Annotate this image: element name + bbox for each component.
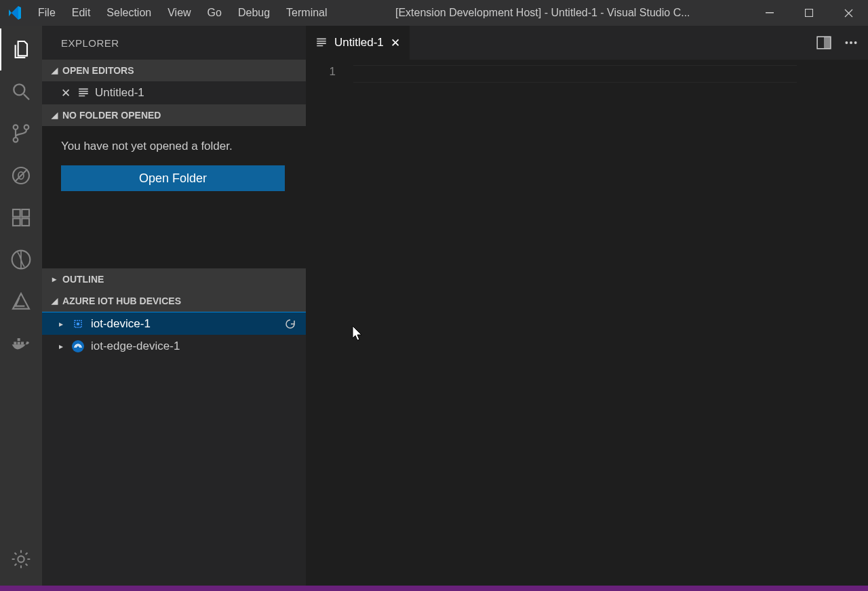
line-number: 1 <box>306 65 336 79</box>
menu-edit[interactable]: Edit <box>64 0 99 26</box>
menu-file[interactable]: File <box>30 0 64 26</box>
no-folder-label: NO FOLDER OPENED <box>62 110 161 121</box>
svg-rect-11 <box>22 209 29 217</box>
sourcegraph-icon <box>10 249 32 270</box>
minimize-button[interactable] <box>750 0 789 26</box>
chevron-right-icon: ▸ <box>57 342 65 351</box>
open-editor-name: Untitled-1 <box>95 86 144 100</box>
device-name: iot-device-1 <box>91 317 151 331</box>
close-button[interactable] <box>829 0 868 26</box>
menu-bar: File Edit Selection View Go Debug Termin… <box>30 0 336 26</box>
activity-docker[interactable] <box>0 323 42 365</box>
no-folder-panel: You have not yet opened a folder. Open F… <box>42 126 306 268</box>
activity-source-control[interactable] <box>0 113 42 155</box>
split-editor-icon[interactable] <box>816 35 831 50</box>
activity-settings[interactable] <box>0 538 42 580</box>
svg-rect-10 <box>22 218 29 226</box>
svg-point-17 <box>18 556 24 562</box>
chevron-right-icon: ▸ <box>50 274 58 284</box>
editor-group: Untitled-1 ✕ 1 <box>306 26 868 586</box>
svg-point-25 <box>854 41 857 44</box>
extensions-icon <box>10 207 32 228</box>
current-line-highlight <box>353 65 797 83</box>
svg-rect-0 <box>766 12 774 14</box>
svg-rect-22 <box>824 37 831 49</box>
titlebar: File Edit Selection View Go Debug Termin… <box>0 0 868 26</box>
svg-point-24 <box>850 41 852 44</box>
chevron-right-icon: ▸ <box>57 319 65 329</box>
code-area[interactable] <box>353 60 868 586</box>
outline-label: OUTLINE <box>62 274 104 285</box>
iot-edge-device-item[interactable]: ▸ iot-edge-device-1 <box>42 335 306 358</box>
azure-icon <box>10 291 32 312</box>
svg-rect-1 <box>806 9 813 17</box>
sidebar-title: EXPLORER <box>42 26 306 60</box>
iot-device-item[interactable]: ▸ iot-device-1 <box>42 312 306 335</box>
sidebar: EXPLORER ◢ OPEN EDITORS ✕ Untitled-1 ◢ N… <box>42 26 306 586</box>
activity-azure[interactable] <box>0 281 42 323</box>
activity-debug[interactable] <box>0 155 42 197</box>
docker-icon <box>10 333 32 354</box>
svg-rect-9 <box>13 218 20 226</box>
maximize-button[interactable] <box>789 0 829 26</box>
menu-selection[interactable]: Selection <box>98 0 159 26</box>
more-actions-icon[interactable] <box>844 35 859 50</box>
activity-sourcegraph[interactable] <box>0 239 42 281</box>
line-gutter: 1 <box>306 60 353 586</box>
svg-point-5 <box>24 125 29 129</box>
iot-devices-header[interactable]: ◢ AZURE IOT HUB DEVICES <box>42 290 306 312</box>
edge-device-icon <box>71 339 85 354</box>
svg-rect-16 <box>18 338 20 341</box>
editor-body[interactable]: 1 <box>306 60 868 586</box>
open-editors-label: OPEN EDITORS <box>62 65 134 76</box>
chip-icon <box>71 317 85 331</box>
files-icon <box>11 39 33 60</box>
window-title: [Extension Development Host] - Untitled-… <box>336 7 750 19</box>
activity-bar <box>0 26 42 586</box>
svg-point-20 <box>72 340 84 352</box>
search-icon <box>10 81 32 102</box>
git-icon <box>10 123 32 144</box>
no-folder-header[interactable]: ◢ NO FOLDER OPENED <box>42 104 306 126</box>
file-icon <box>315 37 328 49</box>
refresh-icon[interactable] <box>284 318 296 330</box>
gear-icon <box>10 548 32 570</box>
svg-point-2 <box>14 84 24 95</box>
chevron-down-icon: ◢ <box>50 296 58 306</box>
editor-tabs: Untitled-1 ✕ <box>306 26 868 60</box>
svg-rect-8 <box>13 209 20 217</box>
chevron-down-icon: ◢ <box>50 110 58 120</box>
svg-rect-13 <box>14 342 16 344</box>
menu-go[interactable]: Go <box>199 0 230 26</box>
iot-devices-label: AZURE IOT HUB DEVICES <box>62 296 181 306</box>
tab-label: Untitled-1 <box>334 36 384 49</box>
chevron-down-icon: ◢ <box>50 66 58 75</box>
svg-point-23 <box>845 41 848 44</box>
menu-view[interactable]: View <box>159 0 199 26</box>
menu-debug[interactable]: Debug <box>230 0 278 26</box>
vscode-icon <box>0 0 30 26</box>
open-editor-item[interactable]: ✕ Untitled-1 <box>42 81 306 104</box>
device-name: iot-edge-device-1 <box>91 340 180 353</box>
svg-rect-15 <box>21 342 24 344</box>
close-icon[interactable]: ✕ <box>61 86 72 100</box>
menu-terminal[interactable]: Terminal <box>278 0 335 26</box>
svg-rect-14 <box>18 342 20 344</box>
open-folder-button[interactable]: Open Folder <box>61 165 285 191</box>
status-bar[interactable] <box>0 586 868 591</box>
editor-tab[interactable]: Untitled-1 ✕ <box>306 26 410 60</box>
open-editors-header[interactable]: ◢ OPEN EDITORS <box>42 60 306 81</box>
window-controls <box>750 0 868 26</box>
tab-close-icon[interactable]: ✕ <box>391 36 400 50</box>
svg-point-4 <box>14 138 18 142</box>
file-icon <box>77 87 90 99</box>
activity-extensions[interactable] <box>0 197 42 239</box>
outline-header[interactable]: ▸ OUTLINE <box>42 268 306 290</box>
activity-search[interactable] <box>0 70 42 113</box>
svg-rect-19 <box>77 323 79 325</box>
bug-slash-icon <box>10 165 32 186</box>
svg-point-3 <box>14 125 18 129</box>
activity-explorer[interactable] <box>0 28 42 70</box>
no-folder-message: You have not yet opened a folder. <box>61 140 287 153</box>
